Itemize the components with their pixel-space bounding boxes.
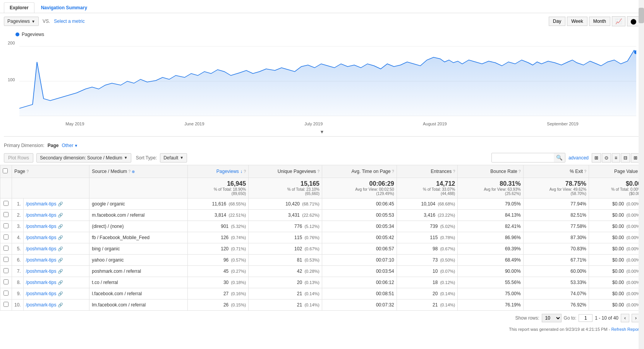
tab-explorer[interactable]: Explorer (4, 2, 34, 13)
row-checkbox-10[interactable] (3, 302, 9, 307)
primary-dim-other[interactable]: Other ▼ (62, 143, 78, 148)
unique-pv-help-icon[interactable]: ? (317, 169, 319, 174)
list-view-button[interactable]: ≡ (612, 153, 620, 163)
entrances-header[interactable]: Entrances ? (397, 165, 458, 178)
table-row: 9. /poshmark-tips 🔗 l.facebook.com / ref… (0, 288, 644, 299)
search-input[interactable] (492, 154, 554, 162)
source-help-icon[interactable]: ? (128, 169, 131, 174)
page-link-5[interactable]: /poshmark-tips (26, 246, 57, 251)
external-link-10[interactable]: 🔗 (58, 303, 63, 307)
date-labels: May 2019 June 2019 July 2019 August 2019… (4, 120, 640, 129)
pageviews-header[interactable]: Pageviews ↓ ? (187, 165, 249, 178)
sort-default-dropdown[interactable]: Default ▼ (160, 153, 187, 163)
page-header[interactable]: Page ? (12, 165, 89, 178)
refresh-report-link[interactable]: Refresh Report (611, 327, 640, 332)
external-link-5[interactable]: 🔗 (58, 246, 63, 251)
bounce-rate-help-icon[interactable]: ? (519, 169, 521, 174)
source-medium-header[interactable]: Source / Medium ? ⊕ (89, 165, 187, 178)
date-label-1: June 2019 (184, 121, 204, 126)
chart-collapse-btn[interactable]: ▼ (320, 129, 325, 135)
summary-pct-exit: 78.75% Avg for View: 49.62% (58.70%) (523, 178, 589, 198)
bounce-rate-header[interactable]: Bounce Rate ? (458, 165, 523, 178)
select-all-checkbox-col[interactable] (0, 165, 12, 178)
page-link-6[interactable]: /poshmark-tips (26, 257, 57, 263)
pageviews-help-icon[interactable]: ? (244, 169, 246, 174)
external-link-9[interactable]: 🔗 (58, 291, 63, 296)
date-label-0: May 2019 (65, 121, 84, 126)
tab-bar: Explorer Navigation Summary (0, 0, 644, 13)
table-row: 7. /poshmark-tips 🔗 poshmark.com / refer… (0, 266, 644, 277)
primary-dim-page[interactable]: Page (48, 143, 59, 148)
pct-exit-header[interactable]: % Exit ? (523, 165, 589, 178)
day-button[interactable]: Day (549, 17, 565, 26)
row-checkbox-1[interactable] (3, 201, 9, 206)
row-checkbox-8[interactable] (3, 279, 9, 284)
line-chart-button[interactable]: 📈 (612, 16, 625, 26)
row-checkbox-3[interactable] (3, 223, 9, 228)
grid-view-button[interactable]: ⊞ (592, 153, 601, 163)
advanced-link[interactable]: advanced (568, 155, 589, 161)
entrances-help-icon[interactable]: ? (453, 169, 455, 174)
page-link-10[interactable]: /poshmark-tips (26, 302, 57, 308)
source-filter-icon[interactable]: ⊕ (132, 169, 135, 174)
row-checkbox-2[interactable] (3, 212, 9, 217)
pct-exit-help-icon[interactable]: ? (584, 169, 586, 174)
chart-legend: Pageviews (4, 29, 640, 39)
date-label-2: July 2019 (304, 121, 323, 126)
page-link-1[interactable]: /poshmark-tips (26, 201, 57, 207)
summary-page-value: $0.00 % of Total: 0.00% ($0.00) (589, 178, 644, 198)
page-link-2[interactable]: /poshmark-tips (26, 212, 57, 218)
controls-row: Pageviews ▼ VS. Select a metric Day Week… (0, 13, 644, 29)
row-checkbox-5[interactable] (3, 246, 9, 251)
avg-time-help-icon[interactable]: ? (392, 169, 394, 174)
page-link-4[interactable]: /poshmark-tips (26, 235, 57, 240)
sort-type-label: Sort Type: (136, 155, 157, 161)
page-value-header[interactable]: Page Value ? (589, 165, 644, 178)
scrollbar-thumb[interactable] (639, 8, 644, 23)
row-checkbox-9[interactable] (3, 291, 9, 296)
external-link-7[interactable]: 🔗 (58, 269, 63, 274)
y-label-200: 200 (8, 41, 15, 45)
page-link-9[interactable]: /poshmark-tips (26, 291, 57, 296)
donut-view-button[interactable]: ⊙ (602, 153, 611, 163)
month-button[interactable]: Month (589, 17, 610, 26)
page-link-3[interactable]: /poshmark-tips (26, 224, 57, 229)
summary-avg-time: 00:06:29 Avg for View: 00:02:50 (129.49%… (322, 178, 397, 198)
external-link-8[interactable]: 🔗 (58, 280, 63, 285)
select-metric-link[interactable]: Select a metric (54, 19, 84, 24)
comparison-view-button[interactable]: ⊟ (621, 153, 630, 163)
select-all-checkbox[interactable] (3, 168, 8, 173)
right-scrollbar[interactable] (639, 0, 644, 335)
plot-rows-button[interactable]: Plot Rows (4, 153, 33, 163)
page-range: 1 - 10 of 40 (595, 315, 618, 321)
search-button[interactable]: 🔍 (554, 153, 565, 162)
rows-per-page-select[interactable]: 10 25 50 100 (542, 314, 562, 322)
page-link-7[interactable]: /poshmark-tips (26, 269, 57, 274)
week-button[interactable]: Week (567, 17, 587, 26)
page-link-8[interactable]: /poshmark-tips (26, 280, 57, 285)
footer-text: This report was generated on 9/23/19 at … (509, 327, 610, 332)
table-row: 4. /poshmark-tips 🔗 fb / Facebook_Mobile… (0, 232, 644, 243)
page-help-icon[interactable]: ? (26, 169, 29, 174)
tab-navigation-summary[interactable]: Navigation Summary (35, 2, 93, 13)
date-label-3: August 2019 (423, 121, 447, 126)
summary-pageviews: 16,945 % of Total: 18.90% (89,650) (187, 178, 249, 198)
external-link-3[interactable]: 🔗 (58, 224, 63, 229)
goto-input[interactable] (579, 314, 592, 322)
row-checkbox-6[interactable] (3, 257, 9, 262)
table-controls: Plot Rows Secondary dimension: Source / … (0, 151, 644, 165)
unique-pageviews-header[interactable]: Unique Pageviews ? (249, 165, 322, 178)
row-checkbox-7[interactable] (3, 268, 9, 273)
avg-time-header[interactable]: Avg. Time on Page ? (322, 165, 397, 178)
external-link-2[interactable]: 🔗 (58, 213, 63, 217)
secondary-dimension-dropdown[interactable]: Secondary dimension: Source / Medium ▼ (36, 153, 131, 163)
pie-chart-button[interactable]: ⬤ (627, 16, 640, 26)
metric-dropdown[interactable]: Pageviews ▼ (4, 17, 39, 26)
prev-page-button[interactable]: ‹ (621, 314, 629, 322)
legend-label: Pageviews (22, 32, 44, 37)
external-link-1[interactable]: 🔗 (58, 202, 63, 206)
pageviews-sort-arrow: ↓ (240, 169, 242, 174)
row-checkbox-4[interactable] (3, 234, 9, 240)
external-link-6[interactable]: 🔗 (58, 258, 63, 262)
external-link-4[interactable]: 🔗 (58, 235, 63, 240)
